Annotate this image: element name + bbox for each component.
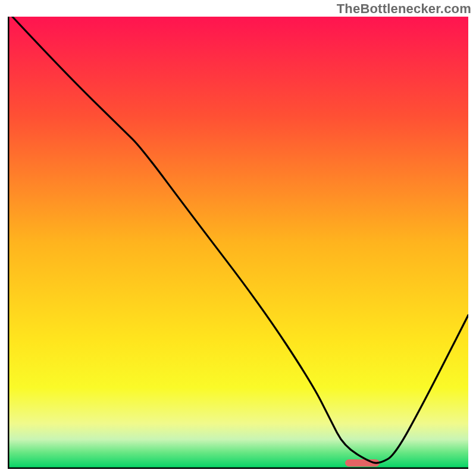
watermark-text: TheBottlenecker.com xyxy=(337,1,471,17)
chart-svg xyxy=(8,17,468,469)
chart-container: TheBottlenecker.com xyxy=(0,0,476,476)
chart-plot-area xyxy=(8,17,468,469)
